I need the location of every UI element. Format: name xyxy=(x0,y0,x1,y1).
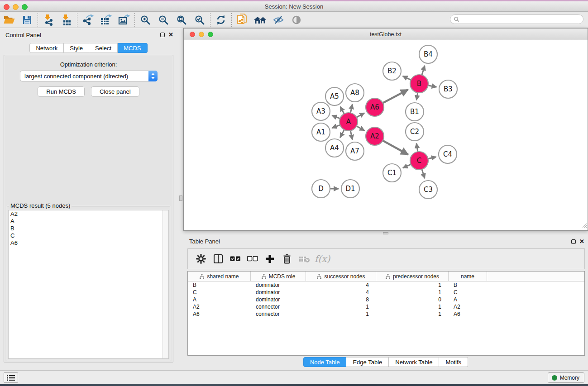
result-item[interactable]: A2 xyxy=(9,210,168,218)
graph-node-A5[interactable]: A5 xyxy=(325,87,344,105)
graph-edge-B-B1[interactable] xyxy=(416,93,418,100)
graph-edge-A-A4[interactable] xyxy=(340,130,344,138)
tab-select[interactable]: Select xyxy=(89,43,118,53)
graph-edge-B-B2[interactable] xyxy=(403,76,411,80)
table-cell[interactable]: 1 xyxy=(376,282,449,288)
graph-node-D1[interactable]: D1 xyxy=(341,180,359,198)
tab-network[interactable]: Network xyxy=(29,43,64,53)
select-all-columns-icon[interactable] xyxy=(228,251,243,267)
graph-node-B2[interactable]: B2 xyxy=(383,62,401,80)
graph-node-A8[interactable]: A8 xyxy=(346,84,364,102)
graph-node-A3[interactable]: A3 xyxy=(312,102,330,120)
table-cell[interactable]: A xyxy=(188,296,251,303)
graph-node-B[interactable]: B xyxy=(410,75,428,93)
save-session-icon[interactable] xyxy=(18,13,36,27)
graph-edge-A-A3[interactable] xyxy=(332,115,340,119)
table-cell[interactable]: B xyxy=(188,282,251,288)
column-header-mcds-role[interactable]: MCDS role xyxy=(251,272,306,281)
show-column-panel-icon[interactable] xyxy=(210,251,226,267)
graph-node-A1[interactable]: A1 xyxy=(312,123,330,141)
table-cell[interactable]: A6 xyxy=(188,311,251,317)
table-cell[interactable]: C xyxy=(449,289,487,295)
clone-network-icon[interactable] xyxy=(233,13,251,27)
graph-node-A7[interactable]: A7 xyxy=(346,142,364,160)
show-hide-panels-icon[interactable] xyxy=(287,13,306,27)
unselect-all-columns-icon[interactable] xyxy=(245,251,260,267)
refresh-icon[interactable] xyxy=(212,13,230,27)
create-column-plus-icon[interactable] xyxy=(262,251,277,267)
zoom-fit-icon[interactable] xyxy=(172,13,191,27)
column-header-shared-name[interactable]: shared name xyxy=(188,272,251,281)
graph-node-A2[interactable]: A2 xyxy=(366,127,384,145)
export-image-icon[interactable] xyxy=(115,13,133,27)
criterion-dropdown[interactable]: largest connected component (directed) xyxy=(20,71,158,81)
graph-edge-A-A5[interactable] xyxy=(340,107,344,114)
graph-node-C3[interactable]: C3 xyxy=(419,181,437,199)
graph-edge-A2-C[interactable] xyxy=(383,141,408,155)
memory-button[interactable]: Memory xyxy=(548,372,584,383)
table-cell[interactable]: 8 xyxy=(306,296,376,303)
table-cell[interactable]: A2 xyxy=(188,304,251,310)
result-item[interactable]: B xyxy=(9,225,168,232)
tab-network-table[interactable]: Network Table xyxy=(389,357,439,367)
float-table-panel-icon[interactable] xyxy=(571,239,576,244)
table-cell[interactable]: 1 xyxy=(376,311,449,317)
graph-edge-A-A1[interactable] xyxy=(332,125,340,128)
task-history-button[interactable] xyxy=(4,372,18,383)
table-cell[interactable]: 1 xyxy=(376,304,449,310)
graph-edge-C-C1[interactable] xyxy=(403,164,411,168)
table-row[interactable]: Bdominator41B xyxy=(188,281,584,289)
mcds-result-list[interactable]: A2ABCA6 xyxy=(8,210,169,359)
export-table-icon[interactable] xyxy=(97,13,115,27)
table-cell[interactable]: B xyxy=(449,282,487,288)
close-table-panel-icon[interactable]: ✕ xyxy=(579,239,584,244)
table-cell[interactable]: dominator xyxy=(251,296,306,303)
split-divider-handle[interactable] xyxy=(383,232,388,234)
column-header-name[interactable]: name xyxy=(449,272,487,281)
graph-node-C1[interactable]: C1 xyxy=(383,164,401,182)
tab-node-table[interactable]: Node Table xyxy=(303,357,347,367)
graph-edge-A-A6[interactable] xyxy=(357,113,365,118)
table-settings-gear-icon[interactable] xyxy=(193,251,209,267)
tab-style[interactable]: Style xyxy=(64,43,89,53)
table-cell[interactable]: dominator xyxy=(251,289,306,295)
column-header-predecessor-nodes[interactable]: predecessor nodes xyxy=(376,272,449,281)
graph-edge-A-A2[interactable] xyxy=(357,126,365,131)
table-row[interactable]: A6connector11A6 xyxy=(188,310,584,318)
result-item[interactable]: A6 xyxy=(9,239,168,247)
table-cell[interactable]: dominator xyxy=(251,282,306,288)
node-table[interactable]: shared nameMCDS rolesuccessor nodesprede… xyxy=(187,271,585,356)
tab-edge-table[interactable]: Edge Table xyxy=(346,357,389,367)
graph-edge-B-B4[interactable] xyxy=(422,66,425,75)
import-table-icon[interactable] xyxy=(57,13,76,27)
column-header-successor-nodes[interactable]: successor nodes xyxy=(306,272,376,281)
open-session-icon[interactable] xyxy=(0,13,18,27)
float-panel-icon[interactable] xyxy=(160,33,165,37)
graph-node-C[interactable]: C xyxy=(410,152,428,170)
table-cell[interactable]: 1 xyxy=(306,311,376,317)
zoom-selected-icon[interactable] xyxy=(191,13,209,27)
hide-glass-icon[interactable] xyxy=(269,13,287,27)
network-canvas[interactable]: AA1A2A3A4A5A6A7A8BB1B2B3B4CC1C2C3C4DD1 xyxy=(184,40,588,230)
export-network-icon[interactable] xyxy=(79,13,97,27)
zoom-out-icon[interactable] xyxy=(154,13,172,27)
split-divider-handle[interactable] xyxy=(179,195,182,201)
table-cell[interactable]: 1 xyxy=(306,304,376,310)
graph-node-D[interactable]: D xyxy=(312,180,330,198)
table-cell[interactable]: A6 xyxy=(449,311,487,317)
graph-node-B4[interactable]: B4 xyxy=(419,45,437,63)
run-mcds-button[interactable]: Run MCDS xyxy=(38,86,85,97)
graph-edge-A-A8[interactable] xyxy=(350,104,352,113)
table-row[interactable]: A2connector11A2 xyxy=(188,303,584,310)
tab-mcds[interactable]: MCDS xyxy=(118,43,147,53)
graph-edge-A6-B[interactable] xyxy=(383,90,408,103)
graph-node-A4[interactable]: A4 xyxy=(325,139,344,157)
graph-node-B3[interactable]: B3 xyxy=(439,80,457,98)
graph-node-C4[interactable]: C4 xyxy=(439,145,457,163)
tab-motifs[interactable]: Motifs xyxy=(439,357,468,367)
graph-edge-B-B3[interactable] xyxy=(428,86,437,87)
network-graph[interactable]: AA1A2A3A4A5A6A7A8BB1B2B3B4CC1C2C3C4DD1 xyxy=(184,40,588,230)
result-item[interactable]: A xyxy=(9,218,168,225)
table-row[interactable]: Adominator80A xyxy=(188,296,584,303)
table-cell[interactable]: connector xyxy=(251,304,306,310)
